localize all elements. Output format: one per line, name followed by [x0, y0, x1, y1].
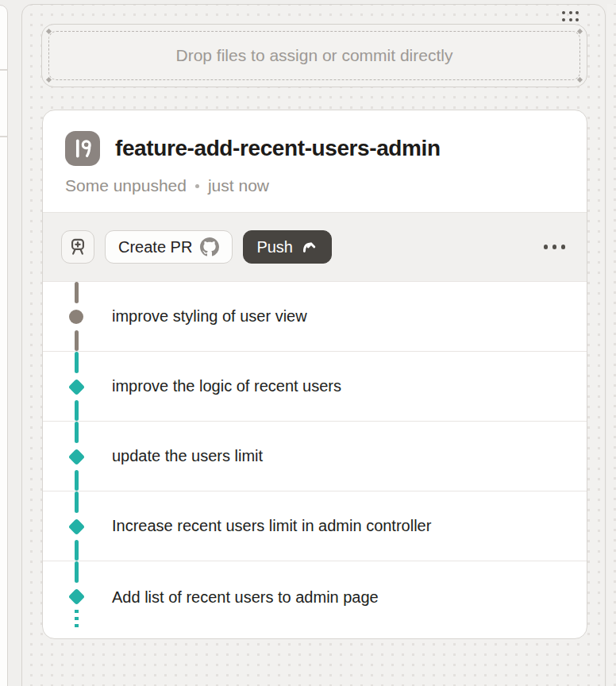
timeline-line: [75, 491, 79, 513]
commit-message: Increase recent users limit in admin con…: [112, 517, 431, 535]
commit-message: improve the logic of recent users: [112, 377, 341, 395]
arrow-up-curved-icon: [301, 238, 318, 256]
timeline-line: [75, 330, 79, 351]
workspace: Drop files to assign or commit directly …: [0, 0, 616, 686]
create-pr-button[interactable]: Create PR: [105, 230, 233, 264]
github-icon: [200, 237, 219, 256]
dropzone-corner-marker: [46, 77, 52, 83]
dropzone-corner-marker: [577, 77, 583, 83]
commit-row[interactable]: improve the logic of recent users: [43, 352, 587, 422]
branch-name[interactable]: feature-add-recent-users-admin: [115, 136, 441, 161]
dropzone-label: Drop files to assign or commit directly: [176, 46, 453, 65]
branch-card: feature-add-recent-users-admin Some unpu…: [42, 110, 587, 639]
commit-message: Add list of recent users to admin page: [112, 588, 379, 607]
commit-marker: [69, 310, 83, 324]
commit-marker: [67, 378, 84, 395]
timeline-line: [75, 400, 79, 421]
commit-message: improve styling of user view: [112, 307, 307, 326]
dropzone-corner-marker: [577, 29, 583, 34]
branch-card-header: feature-add-recent-users-admin Some unpu…: [43, 110, 587, 195]
timeline-line: [75, 470, 79, 491]
timeline-line: [75, 561, 79, 583]
branch-toolbar: Create PR Push: [43, 212, 587, 282]
divider: [0, 136, 7, 137]
timeline-line: [75, 422, 79, 443]
timeline-line: [75, 352, 79, 373]
commit-marker: [67, 448, 84, 464]
commit-list: improve styling of user view improve the…: [43, 282, 587, 633]
lane-drag-handle-icon[interactable]: [562, 11, 579, 21]
branch-add-icon: [67, 237, 88, 257]
file-dropzone[interactable]: Drop files to assign or commit directly: [41, 24, 587, 87]
dropzone-corner-marker: [46, 29, 52, 34]
commit-marker: [67, 518, 84, 534]
commit-message: update the users limit: [112, 447, 263, 465]
branch-menu-button[interactable]: [541, 238, 569, 256]
adjacent-panel-edge: [0, 5, 8, 686]
commit-row[interactable]: Increase recent users limit in admin con…: [43, 491, 587, 561]
file-dropzone-dashed-area: Drop files to assign or commit directly: [48, 31, 580, 80]
branch-icon: [65, 131, 100, 166]
commit-marker: [67, 588, 84, 604]
timeline-line: [75, 282, 79, 303]
commit-row[interactable]: update the users limit: [43, 422, 587, 491]
next-lane-edge: [607, 4, 616, 686]
new-dependent-branch-button[interactable]: [61, 230, 94, 264]
create-pr-label: Create PR: [118, 238, 192, 256]
branch-last-commit-time: just now: [208, 176, 269, 195]
push-button[interactable]: Push: [243, 230, 332, 264]
commit-row[interactable]: improve styling of user view: [43, 282, 587, 352]
timeline-line: [75, 540, 79, 561]
push-label: Push: [256, 238, 293, 256]
timeline-line: [75, 610, 79, 628]
status-separator-dot: [195, 184, 199, 188]
commit-row[interactable]: Add list of recent users to admin page: [43, 561, 587, 633]
branch-status: Some unpushed: [65, 176, 187, 195]
divider: [0, 69, 7, 71]
